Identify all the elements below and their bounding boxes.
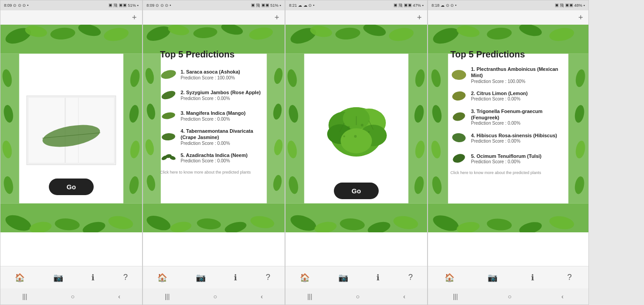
sys-back-2[interactable]: ‹	[261, 293, 263, 300]
svg-point-84	[341, 128, 372, 153]
status-time-1: 8:09 ⊙ ⊙ ⊙ •	[4, 3, 29, 8]
go-button-3[interactable]: Go	[334, 183, 379, 199]
prediction-item-p4-3: 3. Trigonella Foenum-graecum (Fenugreek)…	[450, 108, 566, 126]
help-nav-2[interactable]: ?	[264, 271, 272, 284]
prediction-item-4: 4. Tabernaemontana Divaricata (Crape Jas…	[160, 128, 268, 146]
svg-point-52	[161, 133, 175, 141]
pred-score-p4-5: Prediction Score : 0.00%	[471, 159, 541, 164]
svg-point-92	[368, 131, 370, 133]
pred-score-1: Prediction Score : 100.00%	[181, 75, 240, 80]
pred-leaf-p4-4	[450, 129, 467, 146]
svg-point-50	[160, 89, 177, 101]
add-icon-1[interactable]: +	[132, 13, 137, 22]
pred-leaf-p4-1	[450, 66, 467, 83]
pred-name-1: 1. Saraca asoca (Ashoka)	[181, 69, 240, 75]
svg-point-88	[347, 126, 350, 129]
info-nav-4[interactable]: ℹ	[529, 271, 536, 284]
sys-back-1[interactable]: ‹	[118, 293, 121, 300]
info-nav-2[interactable]: ℹ	[232, 271, 239, 284]
phone-content-4: Top 5 Predictions 1. Plectranthus Amboin…	[428, 25, 588, 266]
home-nav-3[interactable]: 🏠	[298, 271, 311, 284]
pred-text-2: 2. Syzygium Jambos (Rose Apple) Predicti…	[181, 89, 261, 100]
home-nav-4[interactable]: 🏠	[443, 271, 456, 284]
status-bar-1: 8:09 ⊙ ⊙ ⊙ • ▣ 飛 ▣▣ 51% ▪	[0, 0, 142, 10]
phone3-inner: Go	[303, 49, 410, 241]
svg-point-51	[161, 112, 176, 120]
prediction-item-p4-4: 4. Hibiscus Rosa-sinensis (Hibiscus) Pre…	[450, 129, 566, 146]
status-battery-4: ▣ 飛 ▣▣ 48% ▪	[555, 3, 585, 9]
phone-4: 8:18 ☁ ⊙ ⊙ • ▣ 飛 ▣▣ 48% ▪ +	[428, 0, 589, 305]
camera-nav-2[interactable]: 📷	[194, 271, 207, 284]
pred-text-p4-2: 2. Citrus Limon (Lemon) Prediction Score…	[471, 90, 528, 101]
bottom-nav-4: 🏠 📷 ℹ ?	[428, 266, 588, 288]
status-bar-4: 8:18 ☁ ⊙ ⊙ • ▣ 飛 ▣▣ 48% ▪	[428, 0, 588, 10]
add-icon-4[interactable]: +	[578, 13, 583, 22]
sys-menu-2[interactable]: |||	[165, 293, 170, 300]
add-icon-3[interactable]: +	[417, 13, 422, 22]
camera-nav-3[interactable]: 📷	[337, 271, 350, 284]
sys-menu-1[interactable]: |||	[22, 293, 27, 300]
go-button-1[interactable]: Go	[49, 179, 94, 195]
pred-name-p4-1: 1. Plectranthus Amboinicus (Mexican Mint…	[471, 66, 566, 79]
sys-home-2[interactable]: ○	[213, 293, 217, 300]
sys-home-1[interactable]: ○	[71, 293, 74, 300]
pred-text-5: 5. Azadirachta Indica (Neem) Prediction …	[181, 152, 247, 163]
pred-leaf-2	[160, 87, 177, 104]
sys-back-3[interactable]: ‹	[403, 293, 406, 300]
pred-score-p4-2: Prediction Score : 0.00%	[471, 96, 528, 101]
info-nav-1[interactable]: ℹ	[90, 271, 96, 284]
sys-home-3[interactable]: ○	[356, 293, 359, 300]
home-nav-2[interactable]: 🏠	[156, 271, 169, 284]
click-link-2[interactable]: Click here to know more about the predic…	[160, 170, 251, 174]
pred-leaf-p4-5	[450, 150, 467, 167]
phone-content-2: Top 5 Predictions 1. Saraca asoca (Ashok…	[143, 25, 285, 266]
pred-text-1: 1. Saraca asoca (Ashoka) Prediction Scor…	[181, 69, 240, 80]
system-nav-2: ||| ○ ‹	[143, 288, 285, 305]
system-nav-4: ||| ○ ‹	[428, 288, 588, 305]
pred-text-3: 3. Mangifera Indica (Mango) Prediction S…	[181, 110, 246, 121]
home-nav-1[interactable]: 🏠	[13, 271, 26, 284]
pred-name-4: 4. Tabernaemontana Divaricata (Crape Jas…	[181, 128, 268, 141]
prediction-item-p4-2: 2. Citrus Limon (Lemon) Prediction Score…	[450, 87, 566, 105]
status-battery-1: ▣ 飛 ▣▣ 51% ▪	[108, 3, 138, 9]
sys-home-4[interactable]: ○	[508, 293, 511, 300]
svg-point-91	[343, 135, 345, 137]
system-nav-1: ||| ○ ‹	[0, 288, 142, 305]
pred-leaf-5	[160, 149, 177, 166]
prediction-list-2: 1. Saraca asoca (Ashoka) Prediction Scor…	[160, 66, 268, 166]
svg-point-90	[354, 135, 357, 138]
pred-text-4: 4. Tabernaemontana Divaricata (Crape Jas…	[181, 128, 268, 146]
sys-menu-4[interactable]: |||	[453, 293, 458, 300]
pred-name-p4-4: 4. Hibiscus Rosa-sinensis (Hibiscus)	[471, 132, 557, 139]
pred-name-5: 5. Azadirachta Indica (Neem)	[181, 152, 247, 158]
click-link-4[interactable]: Click here to know more about the predic…	[450, 170, 541, 175]
top-bar-2: +	[143, 10, 285, 25]
camera-nav-1[interactable]: 📷	[52, 271, 65, 284]
help-nav-1[interactable]: ?	[121, 271, 130, 284]
add-icon-2[interactable]: +	[274, 13, 279, 22]
sys-menu-3[interactable]: |||	[307, 293, 312, 300]
phone4-inner: Top 5 Predictions 1. Plectranthus Amboin…	[450, 49, 566, 241]
svg-point-49	[160, 69, 177, 80]
phone-2: 8:09 ⊙ ⊙ ⊙ • ▣ 飛 ▣▣ 51% ▪ +	[143, 0, 285, 305]
status-bar-3: 8:21 ☁ ☁ ⊙ • ▣ 飛 ▣▣ 47% ▪	[285, 0, 427, 10]
camera-nav-4[interactable]: 📷	[486, 271, 499, 284]
prediction-item-p4-5: 5. Ocimum Tenuiflorum (Tulsi) Prediction…	[450, 150, 566, 167]
pred-leaf-3	[160, 107, 177, 124]
prediction-item-3: 3. Mangifera Indica (Mango) Prediction S…	[160, 107, 268, 124]
prediction-item-2: 2. Syzygium Jambos (Rose Apple) Predicti…	[160, 87, 268, 104]
pred-score-p4-4: Prediction Score : 0.00%	[471, 139, 557, 144]
help-nav-3[interactable]: ?	[406, 271, 415, 284]
pred-name-p4-2: 2. Citrus Limon (Lemon)	[471, 90, 528, 96]
status-time-2: 8:09 ⊙ ⊙ ⊙ •	[147, 3, 171, 8]
pred-leaf-p4-2	[450, 87, 467, 105]
svg-point-117	[452, 111, 466, 122]
pred-leaf-1	[160, 66, 177, 83]
pred-name-3: 3. Mangifera Indica (Mango)	[181, 110, 246, 116]
pred-text-p4-3: 3. Trigonella Foenum-graecum (Fenugreek)…	[471, 108, 566, 126]
pred-text-p4-1: 1. Plectranthus Amboinicus (Mexican Mint…	[471, 66, 566, 84]
sys-back-4[interactable]: ‹	[562, 293, 564, 300]
help-nav-4[interactable]: ?	[566, 271, 574, 284]
info-nav-3[interactable]: ℹ	[375, 271, 381, 284]
top-bar-4: +	[428, 10, 588, 25]
